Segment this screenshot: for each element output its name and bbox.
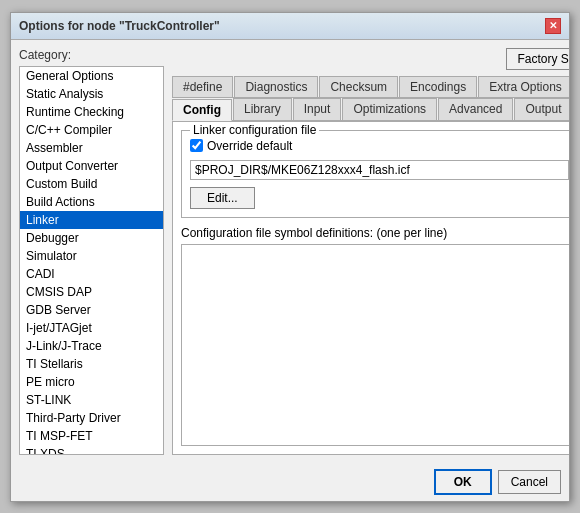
sidebar-item-runtime-checking[interactable]: Runtime Checking — [20, 103, 163, 121]
sidebar-item-output-converter[interactable]: Output Converter — [20, 157, 163, 175]
file-input-row: ... — [190, 159, 569, 181]
tab-row2-advanced[interactable]: Advanced — [438, 98, 513, 120]
factory-settings-button[interactable]: Factory Settings — [506, 48, 569, 70]
content-area: Category: General OptionsStatic Analysis… — [11, 40, 569, 463]
sidebar-item-cadi[interactable]: CADI — [20, 265, 163, 283]
sidebar-item-debugger[interactable]: Debugger — [20, 229, 163, 247]
tabs-row1: #defineDiagnosticsChecksumEncodingsExtra… — [172, 76, 569, 98]
sidebar-item-assembler[interactable]: Assembler — [20, 139, 163, 157]
tab-row1--define[interactable]: #define — [172, 76, 233, 97]
symbol-textarea[interactable] — [181, 244, 569, 446]
symbol-label: Configuration file symbol definitions: (… — [181, 226, 569, 240]
sidebar-item-third-party-driver[interactable]: Third-Party Driver — [20, 409, 163, 427]
category-label: Category: — [19, 48, 164, 62]
override-row: Override default — [190, 139, 569, 153]
sidebar-item-ti-xds[interactable]: TI XDS — [20, 445, 163, 455]
linker-config-group: Linker configuration file Override defau… — [181, 130, 569, 218]
sidebar-item-static-analysis[interactable]: Static Analysis — [20, 85, 163, 103]
window-title: Options for node "TruckController" — [19, 19, 220, 33]
override-checkbox[interactable] — [190, 139, 203, 152]
footer: OK Cancel — [11, 463, 569, 501]
title-bar: Options for node "TruckController" ✕ — [11, 13, 569, 40]
ok-button[interactable]: OK — [434, 469, 492, 495]
tab-row1-checksum[interactable]: Checksum — [319, 76, 398, 97]
tab-row2-config[interactable]: Config — [172, 99, 232, 121]
sidebar-item-i-jet-jtagjet[interactable]: I-jet/JTAGjet — [20, 319, 163, 337]
cancel-button[interactable]: Cancel — [498, 470, 561, 494]
override-label: Override default — [207, 139, 292, 153]
sidebar-item-pe-micro[interactable]: PE micro — [20, 373, 163, 391]
main-window: Options for node "TruckController" ✕ Cat… — [10, 12, 570, 502]
sidebar-item-simulator[interactable]: Simulator — [20, 247, 163, 265]
sidebar-item-ti-msp-fet[interactable]: TI MSP-FET — [20, 427, 163, 445]
sidebar: Category: General OptionsStatic Analysis… — [19, 48, 164, 455]
file-path-input[interactable] — [190, 160, 569, 180]
sidebar-item-c-c---compiler[interactable]: C/C++ Compiler — [20, 121, 163, 139]
tab-row1-encodings[interactable]: Encodings — [399, 76, 477, 97]
factory-settings-row: Factory Settings — [172, 48, 569, 70]
close-button[interactable]: ✕ — [545, 18, 561, 34]
sidebar-item-build-actions[interactable]: Build Actions — [20, 193, 163, 211]
edit-button[interactable]: Edit... — [190, 187, 255, 209]
tab-row2-optimizations[interactable]: Optimizations — [342, 98, 437, 120]
sidebar-list: General OptionsStatic AnalysisRuntime Ch… — [19, 66, 164, 455]
sidebar-item-linker[interactable]: Linker — [20, 211, 163, 229]
sidebar-item-st-link[interactable]: ST-LINK — [20, 391, 163, 409]
tab-row1-extra-options[interactable]: Extra Options — [478, 76, 569, 97]
sidebar-item-custom-build[interactable]: Custom Build — [20, 175, 163, 193]
linker-config-label: Linker configuration file — [190, 123, 319, 137]
sidebar-item-j-link-j-trace[interactable]: J-Link/J-Trace — [20, 337, 163, 355]
sidebar-item-ti-stellaris[interactable]: TI Stellaris — [20, 355, 163, 373]
tabs-row2: ConfigLibraryInputOptimizationsAdvancedO… — [172, 98, 569, 121]
sidebar-item-general-options[interactable]: General Options — [20, 67, 163, 85]
tab-row2-library[interactable]: Library — [233, 98, 292, 120]
sidebar-item-cmsis-dap[interactable]: CMSIS DAP — [20, 283, 163, 301]
tab-row2-input[interactable]: Input — [293, 98, 342, 120]
sidebar-item-gdb-server[interactable]: GDB Server — [20, 301, 163, 319]
tab-row2-output[interactable]: Output — [514, 98, 569, 120]
tab-row1-diagnostics[interactable]: Diagnostics — [234, 76, 318, 97]
main-panel: Factory Settings #defineDiagnosticsCheck… — [172, 48, 569, 455]
panel-content: Linker configuration file Override defau… — [172, 121, 569, 455]
symbol-section: Configuration file symbol definitions: (… — [181, 226, 569, 446]
